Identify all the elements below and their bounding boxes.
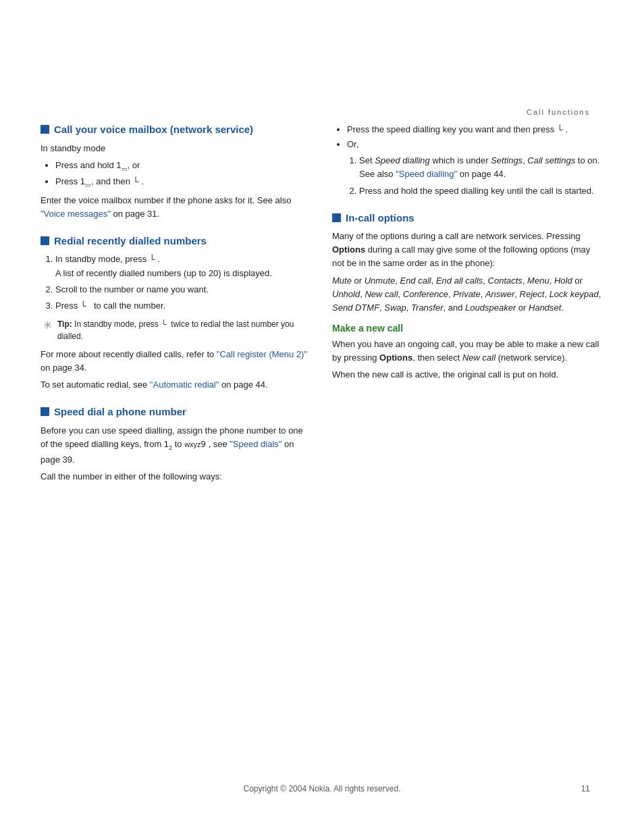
options-bold: Options [332, 244, 365, 255]
speed-dial-sub-steps: Set Speed dialling which is under Settin… [359, 154, 603, 197]
redial-body2: For more about recently dialled calls, r… [41, 348, 312, 375]
sub-heading-make-new-call: Make a new call [332, 323, 603, 334]
content-area: Call your voice mailbox (network service… [0, 123, 644, 497]
voice-mailbox-body: Enter the voice mailbox number if the ph… [41, 194, 312, 221]
voice-messages-link[interactable]: "Voice messages" [41, 209, 111, 219]
list-item: Scroll to the number or name you want. [55, 283, 312, 296]
section-title-in-call: In-call options [346, 211, 414, 225]
list-item: Or, Set Speed dialling which is under Se… [347, 138, 603, 198]
list-item: Set Speed dialling which is under Settin… [359, 154, 603, 181]
footer-page-number: 11 [581, 784, 590, 793]
in-call-options-list: Mute or Unmute, End call, End all calls,… [332, 274, 603, 315]
list-item: Press the speed dialling key you want an… [347, 123, 603, 136]
list-item: Press └ to call the number. [55, 299, 312, 313]
speed-dialling-link[interactable]: "Speed dialling" [396, 169, 457, 179]
in-call-body1: Many of the options during a call are ne… [332, 230, 603, 270]
section-heading-voice-mailbox: Call your voice mailbox (network service… [41, 123, 312, 136]
speed-dial-bullets: Press the speed dialling key you want an… [347, 123, 603, 198]
section-redial: Redial recently dialled numbers In stand… [41, 234, 312, 392]
speed-dial-body1: Before you can use speed dialling, assig… [41, 424, 312, 467]
left-column: Call your voice mailbox (network service… [41, 123, 312, 497]
right-column: Press the speed dialling key you want an… [332, 123, 603, 497]
redial-steps: In standby mode, press └ . A list of rec… [55, 253, 312, 313]
voice-mailbox-bullets: Press and hold 1▭, or Press 1▭, and then… [55, 159, 312, 190]
list-item: Press and hold 1▭, or [55, 159, 312, 174]
speed-dial-body2: Call the number in either of the followi… [41, 470, 312, 484]
blue-square-icon [41, 407, 49, 416]
list-item: In standby mode, press └ . A list of rec… [55, 253, 312, 280]
call-register-link[interactable]: "Call register (Menu 2)" [217, 349, 307, 359]
blue-square-icon [41, 236, 49, 245]
section-voice-mailbox: Call your voice mailbox (network service… [41, 123, 312, 221]
page-footer: Copyright © 2004 Nokia. All rights reser… [0, 784, 644, 793]
step-subtext: A list of recently dialled numbers (up t… [55, 268, 272, 278]
standby-label: In standby mode [41, 142, 312, 155]
list-item: Press 1▭, and then └ . [55, 175, 312, 190]
page-header: Call functions [0, 0, 644, 123]
tip-text: Tip: In standby mode, press └ twice to r… [57, 318, 312, 342]
section-title-voice-mailbox: Call your voice mailbox (network service… [54, 123, 253, 136]
section-heading-in-call: In-call options [332, 211, 603, 225]
section-heading-speed-dial: Speed dial a phone number [41, 405, 312, 419]
new-call-italic: New call [462, 353, 495, 363]
section-speed-dial-cont: Press the speed dialling key you want an… [332, 123, 603, 198]
list-item: Press and hold the speed dialling key un… [359, 184, 603, 198]
make-new-call-body1: When you have an ongoing call, you may b… [332, 338, 603, 365]
section-heading-redial: Redial recently dialled numbers [41, 234, 312, 248]
blue-square-icon [332, 213, 341, 222]
automatic-redial-link[interactable]: "Automatic redial" [150, 380, 219, 390]
tip-box: ✳ Tip: In standby mode, press └ twice to… [41, 318, 312, 342]
options-bold2: Options [379, 353, 412, 363]
footer-copyright: Copyright © 2004 Nokia. All rights reser… [244, 784, 401, 793]
make-new-call-body2: When the new call is active, the origina… [332, 368, 603, 382]
header-text: Call functions [527, 108, 590, 116]
blue-square-icon [41, 125, 49, 134]
section-make-new-call: Make a new call When you have an ongoing… [332, 323, 603, 382]
section-speed-dial: Speed dial a phone number Before you can… [41, 405, 312, 483]
section-in-call-options: In-call options Many of the options duri… [332, 211, 603, 382]
page: Call functions Call your voice mailbox (… [0, 0, 644, 834]
tip-icon: ✳ [43, 319, 52, 332]
speed-dials-link[interactable]: "Speed dials" [230, 439, 281, 449]
section-title-redial: Redial recently dialled numbers [54, 234, 207, 248]
redial-body3: To set automatic redial, see "Automatic … [41, 378, 312, 392]
section-title-speed-dial: Speed dial a phone number [54, 405, 186, 419]
